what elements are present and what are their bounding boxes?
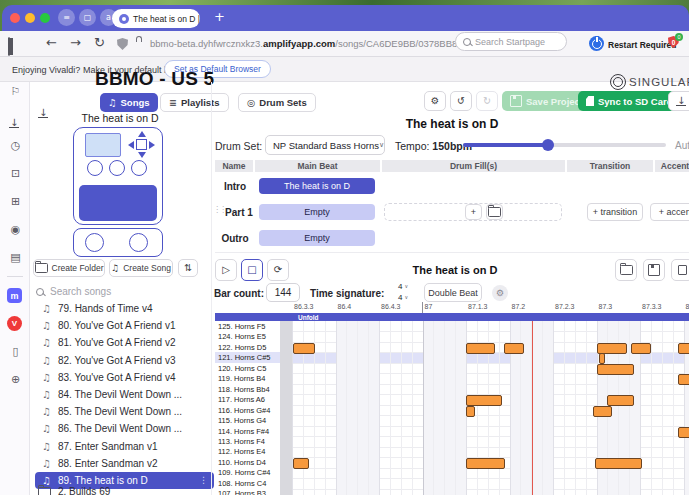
- part1-main-beat-button[interactable]: Empty: [259, 204, 375, 220]
- window-minimize-button[interactable]: [25, 13, 35, 23]
- song-list-item[interactable]: ♫84. The Devil Went Down ...: [35, 386, 214, 403]
- song-list-item[interactable]: ♫83. You've Got A Friend v4: [35, 369, 214, 386]
- song-search-field[interactable]: Search songs: [36, 286, 111, 297]
- active-tab[interactable]: The heat is on D | Songs |: [112, 9, 200, 28]
- grid-line: [455, 321, 456, 495]
- midi-note[interactable]: [597, 343, 627, 354]
- piano-roll[interactable]: 125. Horns F5124. Horns E5122. Horns D51…: [215, 321, 689, 495]
- screen: ≡ ▢ a The heat is on D | Songs | + ← → ↻…: [0, 0, 689, 495]
- restart-button[interactable]: [589, 36, 604, 51]
- sort-button[interactable]: ⇅: [178, 259, 198, 277]
- save-midi-button[interactable]: [643, 259, 665, 281]
- add-drum-fill-button[interactable]: +: [465, 204, 482, 220]
- song-list-item[interactable]: ♫88. Enter Sandman v2: [35, 455, 214, 472]
- outro-main-beat-button[interactable]: Empty: [259, 230, 375, 246]
- midi-note[interactable]: [593, 406, 612, 417]
- app-icon: ▢: [84, 14, 92, 22]
- midi-note[interactable]: [678, 427, 689, 438]
- import-song-button[interactable]: ↓ Import Song: [668, 91, 689, 111]
- tracker-shield-icon[interactable]: [117, 38, 128, 50]
- pinned-tab-1[interactable]: ≡: [58, 9, 75, 26]
- song-title-text: 89. The heat is on D: [58, 475, 148, 486]
- page-panel-icon[interactable]: ▯: [8, 346, 23, 357]
- midi-note[interactable]: [466, 406, 475, 417]
- new-tab-button[interactable]: +: [214, 10, 225, 23]
- midi-note[interactable]: [293, 458, 309, 469]
- redo-button[interactable]: ↻: [476, 91, 498, 111]
- search-icon: [463, 38, 471, 46]
- create-song-button[interactable]: ♫ Create Song: [109, 259, 173, 277]
- webpanels-icon[interactable]: ⊞: [8, 196, 23, 207]
- page-download-icon[interactable]: ↓: [38, 102, 48, 120]
- undo-button[interactable]: ↺: [450, 91, 472, 111]
- midi-note[interactable]: [504, 343, 524, 354]
- bar-count-input[interactable]: 144: [266, 283, 300, 302]
- window-zoom-button[interactable]: [40, 13, 50, 23]
- play-button[interactable]: ▷: [215, 259, 237, 281]
- midi-note[interactable]: [599, 353, 605, 364]
- loop-button[interactable]: ⟳: [267, 259, 289, 281]
- settings-button[interactable]: ⚙: [424, 91, 446, 111]
- url-text[interactable]: bbmo-beta.dyhfwrcznxkz3.amplifyapp.com/s…: [150, 38, 485, 49]
- save-icon: [510, 95, 522, 107]
- song-list-item[interactable]: ♫86. The Devil Went Down ...: [35, 420, 214, 437]
- playhead[interactable]: [532, 321, 533, 495]
- song-list-item[interactable]: ♫79. Hands of Time v4: [35, 300, 214, 317]
- stop-button[interactable]: □: [241, 259, 263, 281]
- ts-numerator-select[interactable]: 4∨: [390, 281, 416, 292]
- tab-drum-sets[interactable]: ◎ Drum Sets: [238, 93, 316, 112]
- midi-note[interactable]: [607, 395, 634, 406]
- sidebar-toggle-icon[interactable]: [8, 38, 10, 56]
- downloads-panel-icon[interactable]: ↓: [9, 112, 19, 130]
- open-midi-button[interactable]: [615, 259, 637, 281]
- browse-drum-fill-button[interactable]: [486, 204, 503, 220]
- midi-note[interactable]: [597, 364, 634, 375]
- midi-note[interactable]: [466, 395, 502, 406]
- sync-to-sd-button[interactable]: Sync to SD Card: [578, 91, 680, 111]
- midi-note[interactable]: [678, 374, 689, 385]
- midi-note[interactable]: [466, 458, 505, 469]
- tab-songs[interactable]: ♫ Songs: [100, 93, 158, 112]
- double-beat-button[interactable]: Double Beat: [424, 283, 482, 302]
- song-list-item[interactable]: ♫82. You've Got A Friend v3: [35, 352, 214, 369]
- notes-panel-icon[interactable]: ▤: [8, 252, 23, 263]
- add-panel-icon[interactable]: ⊕: [8, 374, 23, 385]
- midi-note[interactable]: [595, 458, 642, 469]
- folder-list-item[interactable]: 2. Builds 69: [38, 486, 110, 495]
- tab-playlists[interactable]: ≡ Playlists: [160, 93, 229, 112]
- song-list-item[interactable]: ♫87. Enter Sandman v1: [35, 438, 214, 455]
- history-panel-icon[interactable]: ◷: [8, 140, 23, 151]
- bookmarks-panel-icon[interactable]: ⚐: [8, 86, 23, 97]
- midi-note[interactable]: [678, 343, 689, 354]
- song-list-item[interactable]: ♫85. The Devil Went Down ...: [35, 403, 214, 420]
- window-close-button[interactable]: [10, 13, 20, 23]
- back-button[interactable]: ←: [46, 36, 57, 49]
- create-folder-button[interactable]: Create Folder: [33, 259, 105, 277]
- search-field[interactable]: Search Startpage: [455, 32, 567, 51]
- item-menu-icon[interactable]: ⋮: [199, 476, 208, 485]
- restart-label[interactable]: Restart Required: [608, 40, 677, 50]
- forward-button[interactable]: →: [70, 36, 81, 49]
- grid-settings-button[interactable]: ⚙: [492, 285, 508, 301]
- timeline-ruler[interactable]: 86.3.386.486.4.38787.1.387.287.2.387.387…: [215, 302, 689, 313]
- midi-note[interactable]: [293, 343, 315, 354]
- song-list-item[interactable]: ♫80. You've Got A Friend v1: [35, 317, 214, 334]
- add-transition-button[interactable]: + transition: [587, 203, 643, 221]
- drum-set-select[interactable]: NP Standard Bass Horns ∨: [265, 135, 385, 155]
- window-panel-icon[interactable]: ⊡: [8, 168, 23, 179]
- pinned-tab-2[interactable]: ▢: [79, 9, 96, 26]
- reload-button[interactable]: ↻: [94, 36, 105, 49]
- song-list-item[interactable]: ♫81. You've Got A Friend v2: [35, 334, 214, 351]
- mastodon-panel-icon[interactable]: m: [7, 288, 22, 303]
- midi-note[interactable]: [631, 343, 651, 354]
- duplicate-button[interactable]: [671, 259, 689, 281]
- tab-title: The heat is on D | Songs |: [133, 14, 200, 24]
- midi-note[interactable]: [466, 343, 495, 354]
- vivaldi-panel-icon[interactable]: V: [7, 316, 22, 331]
- intro-main-beat-button[interactable]: The heat is on D: [259, 178, 375, 194]
- add-accent-button[interactable]: + accent: [650, 203, 689, 221]
- profile-icon[interactable]: ◉: [8, 224, 23, 235]
- unfold-bar[interactable]: Unfold: [215, 313, 689, 321]
- tempo-slider-thumb[interactable]: [542, 139, 554, 151]
- adblock-shield-icon[interactable]: 0 0: [668, 36, 679, 48]
